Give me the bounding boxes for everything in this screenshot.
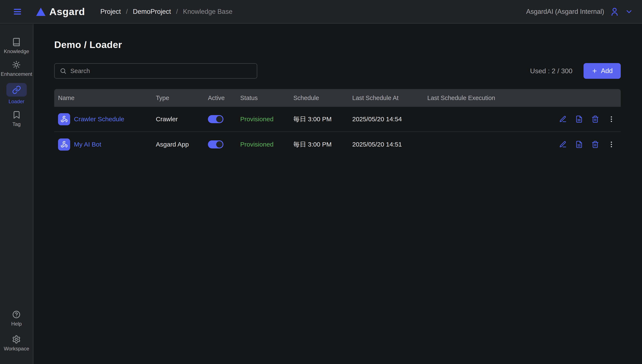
edit-icon[interactable]	[559, 115, 567, 123]
account-area: AsgardAI (Asgard Internal)	[526, 7, 633, 16]
document-icon[interactable]	[575, 115, 583, 123]
search-box[interactable]	[54, 63, 257, 78]
active-toggle[interactable]	[208, 115, 223, 123]
add-button[interactable]: Add	[583, 63, 621, 79]
loader-app-icon	[58, 113, 70, 125]
usage-counter: Used : 2 / 300	[530, 67, 572, 75]
column-header-last-schedule-at: Last Schedule At	[352, 94, 427, 102]
column-header-type: Type	[156, 94, 208, 102]
table-header-row: Name Type Active Status Schedule Last Sc…	[54, 89, 621, 107]
column-header-schedule: Schedule	[293, 94, 352, 102]
edit-icon[interactable]	[559, 140, 567, 148]
loader-table: Name Type Active Status Schedule Last Sc…	[54, 89, 621, 157]
sidebar-footer: Help Workspace	[4, 310, 29, 352]
plus-icon	[592, 68, 597, 74]
active-cell	[208, 140, 240, 148]
breadcrumb-project[interactable]: Project	[100, 8, 121, 16]
sidebar-item-knowledge[interactable]: Knowledge	[4, 38, 29, 54]
column-header-status: Status	[240, 94, 293, 102]
app-logo: Asgard	[36, 6, 85, 18]
delete-icon[interactable]	[591, 115, 599, 123]
schedule-cell: 毎日 3:00 PM	[293, 140, 352, 149]
add-button-label: Add	[601, 67, 613, 75]
last-schedule-at-cell: 2025/05/20 14:51	[352, 141, 427, 148]
toggle-knob	[216, 116, 223, 122]
row-name-link[interactable]: Crawler Schedule	[74, 116, 124, 123]
book-icon	[12, 38, 21, 46]
delete-icon[interactable]	[591, 140, 599, 148]
sidebar-label: Enhancement	[1, 71, 32, 77]
search-input[interactable]	[70, 68, 252, 74]
sidebar-label: Knowledge	[4, 48, 29, 54]
top-bar: Asgard Project / DemoProject / Knowledge…	[0, 0, 642, 24]
breadcrumb-knowledge-base: Knowledge Base	[183, 8, 233, 16]
sidebar-label: Loader	[9, 98, 25, 104]
type-cell: Crawler	[156, 116, 208, 123]
app-title: Asgard	[49, 6, 85, 18]
schedule-cell: 毎日 3:00 PM	[293, 115, 352, 124]
more-options-icon[interactable]	[607, 115, 615, 123]
more-options-icon[interactable]	[607, 140, 615, 148]
page-title: Demo / Loader	[54, 39, 621, 50]
sidebar-item-loader[interactable]: Loader	[6, 83, 27, 104]
gear-icon	[12, 335, 21, 344]
breadcrumb-separator: /	[176, 8, 178, 16]
sidebar: Knowledge Enhancement Loader Tag Help	[0, 24, 33, 364]
status-badge: Provisioned	[240, 116, 293, 123]
logo-triangle-icon	[36, 7, 46, 16]
toolbar: Used : 2 / 300 Add	[54, 63, 621, 79]
breadcrumb-separator: /	[126, 8, 128, 16]
webhook-icon	[61, 141, 68, 148]
sun-icon	[12, 60, 21, 69]
type-cell: Asgard App	[156, 141, 208, 148]
row-actions	[559, 115, 621, 123]
sidebar-label: Workspace	[4, 346, 29, 352]
row-actions	[559, 140, 621, 148]
selected-nav-highlight	[6, 83, 27, 97]
breadcrumb-demoproject[interactable]: DemoProject	[133, 8, 171, 16]
user-icon[interactable]	[610, 7, 619, 16]
search-icon	[60, 68, 67, 74]
name-cell: My AI Bot	[54, 138, 156, 150]
column-header-active: Active	[208, 94, 240, 102]
sidebar-item-enhancement[interactable]: Enhancement	[1, 60, 32, 77]
account-label: AsgardAI (Asgard Internal)	[526, 8, 604, 16]
link-icon	[12, 85, 21, 94]
row-name-link[interactable]: My AI Bot	[74, 141, 101, 148]
webhook-icon	[61, 116, 68, 123]
sidebar-label: Help	[11, 321, 22, 327]
main-content: Demo / Loader Used : 2 / 300 Add Name Ty…	[34, 24, 642, 364]
help-circle-icon	[12, 310, 21, 319]
menu-icon[interactable]	[12, 7, 23, 16]
sidebar-label: Tag	[12, 121, 21, 127]
sidebar-item-workspace[interactable]: Workspace	[4, 335, 29, 352]
toggle-knob	[216, 141, 223, 148]
loader-app-icon	[58, 138, 70, 150]
sidebar-item-tag[interactable]: Tag	[12, 110, 21, 127]
table-row: Crawler Schedule Crawler Provisioned 毎日 …	[54, 107, 621, 132]
bookmark-icon	[12, 110, 21, 119]
table-row: My AI Bot Asgard App Provisioned 毎日 3:00…	[54, 132, 621, 157]
column-header-last-schedule-execution: Last Schedule Execution	[427, 94, 559, 102]
document-icon[interactable]	[575, 140, 583, 148]
active-cell	[208, 115, 240, 123]
name-cell: Crawler Schedule	[54, 113, 156, 125]
last-schedule-at-cell: 2025/05/20 14:54	[352, 116, 427, 123]
status-badge: Provisioned	[240, 141, 293, 148]
column-header-name: Name	[54, 94, 156, 102]
sidebar-item-help[interactable]: Help	[11, 310, 22, 327]
breadcrumb: Project / DemoProject / Knowledge Base	[100, 8, 233, 16]
chevron-down-icon[interactable]	[625, 8, 633, 16]
active-toggle[interactable]	[208, 140, 223, 148]
